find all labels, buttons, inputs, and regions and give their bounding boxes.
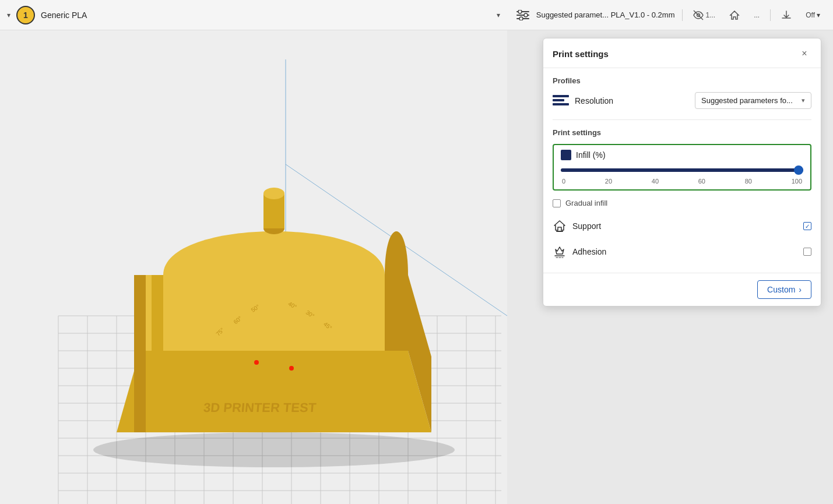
profiles-section: Profiles Resolution Suggested parameters… xyxy=(543,68,821,119)
support-icon xyxy=(553,219,567,233)
svg-point-44 xyxy=(263,188,284,199)
svg-point-4 xyxy=(524,13,528,17)
printer-name-label: Generic PLA xyxy=(41,10,87,20)
custom-btn-chevron: › xyxy=(799,285,802,294)
res-bar-1 xyxy=(553,95,569,97)
profile-dropdown-text: Suggested parameters fo... xyxy=(701,96,793,105)
slider-label-80: 80 xyxy=(745,178,752,185)
printer-dropdown-chevron[interactable]: ▾ xyxy=(7,11,10,19)
dropdown-chevron: ▾ xyxy=(802,97,805,104)
svg-rect-41 xyxy=(152,275,163,432)
printer-name-chevron[interactable]: ▾ xyxy=(497,11,500,19)
visibility-label: 1... xyxy=(706,11,716,19)
adhesion-checkbox[interactable] xyxy=(803,248,811,256)
infill-label: Infill (%) xyxy=(576,150,606,160)
ellipsis-label: ... xyxy=(754,11,760,19)
3d-viewport[interactable]: 3D PRINTER TEST 75° 60° 50° 40° 30° 45° xyxy=(0,30,507,504)
printer-badge: 1 xyxy=(16,6,35,24)
divider1 xyxy=(682,9,683,21)
svg-point-3 xyxy=(518,10,522,13)
res-bar-2 xyxy=(553,99,564,101)
svg-point-53 xyxy=(289,366,294,371)
slider-track xyxy=(561,168,803,172)
panel-title: Print settings xyxy=(553,49,609,59)
slider-container: 0 20 40 60 80 100 xyxy=(561,165,803,185)
panel-header: Print settings × xyxy=(543,38,821,68)
infill-color-box xyxy=(561,150,571,160)
slider-label-100: 100 xyxy=(792,178,802,185)
profiles-label: Profiles xyxy=(553,76,811,85)
svg-marker-8 xyxy=(730,11,739,19)
svg-point-5 xyxy=(519,17,523,20)
support-svg-icon xyxy=(553,220,566,232)
home-button[interactable] xyxy=(726,8,743,23)
settings-icon-group xyxy=(516,10,529,20)
gradual-infill-checkbox[interactable] xyxy=(553,199,561,207)
support-row: Support xyxy=(553,213,811,239)
res-bar-3 xyxy=(553,103,569,105)
adhesion-icon xyxy=(553,245,567,259)
resolution-label: Resolution xyxy=(575,96,689,105)
divider2 xyxy=(770,9,771,21)
slider-labels: 0 20 40 60 80 100 xyxy=(561,178,803,185)
grid-background: 3D PRINTER TEST 75° 60° 50° 40° 30° 45° xyxy=(0,30,507,504)
download-icon xyxy=(781,10,792,20)
slider-fill xyxy=(561,168,803,172)
off-button[interactable]: Off ▾ xyxy=(802,9,824,22)
svg-marker-54 xyxy=(554,221,565,230)
off-label: Off xyxy=(806,11,815,19)
visibility-button[interactable]: 1... xyxy=(690,8,719,23)
slider-label-20: 20 xyxy=(605,178,612,185)
support-checkbox[interactable] xyxy=(803,222,811,230)
printer-selector[interactable]: ▾ 1 Generic PLA ▾ xyxy=(0,0,507,30)
download-button[interactable] xyxy=(778,8,795,23)
profile-label: Suggested paramet... PLA_V1.0 - 0.2mm xyxy=(536,10,675,19)
slider-thumb[interactable] xyxy=(794,165,803,175)
svg-rect-55 xyxy=(556,231,563,232)
sliders-icon xyxy=(516,10,529,20)
adhesion-label: Adhesion xyxy=(572,247,797,256)
panel-footer: Custom › xyxy=(543,273,821,306)
profile-dropdown[interactable]: Suggested parameters fo... ▾ xyxy=(695,92,811,109)
ellipsis-button[interactable]: ... xyxy=(750,9,763,22)
custom-btn-label: Custom xyxy=(767,285,795,294)
svg-rect-40 xyxy=(134,275,146,432)
resolution-icon xyxy=(553,95,569,107)
slider-label-60: 60 xyxy=(698,178,705,185)
profile-row: Resolution Suggested parameters fo... ▾ xyxy=(553,92,811,109)
adhesion-row: Adhesion xyxy=(553,239,811,265)
eye-icon xyxy=(693,10,704,20)
svg-text:3D PRINTER TEST: 3D PRINTER TEST xyxy=(203,400,317,415)
print-settings-section: Print settings Infill (%) 0 20 40 60 xyxy=(543,120,821,273)
profile-bar: Suggested paramet... PLA_V1.0 - 0.2mm 1.… xyxy=(507,0,833,30)
print-settings-panel: Print settings × Profiles Resolution Sug… xyxy=(543,38,821,306)
gradual-infill-row: Gradual infill xyxy=(553,196,811,213)
slider-label-40: 40 xyxy=(652,178,659,185)
support-label: Support xyxy=(572,221,797,231)
svg-point-52 xyxy=(254,360,259,365)
home-icon xyxy=(729,10,740,20)
custom-button[interactable]: Custom › xyxy=(757,280,811,299)
slider-label-0: 0 xyxy=(562,178,565,185)
adhesion-svg-icon xyxy=(553,245,566,258)
slider-wrapper[interactable] xyxy=(561,165,803,175)
infill-row: Infill (%) 0 20 40 60 80 100 xyxy=(553,144,811,191)
print-settings-label: Print settings xyxy=(553,128,811,137)
gradual-infill-label: Gradual infill xyxy=(565,199,607,207)
off-chevron: ▾ xyxy=(817,11,820,19)
top-bar: ▾ 1 Generic PLA ▾ Suggested paramet... P… xyxy=(0,0,833,30)
close-button[interactable]: × xyxy=(797,47,811,61)
svg-point-39 xyxy=(93,432,455,467)
infill-label-row: Infill (%) xyxy=(561,150,803,160)
